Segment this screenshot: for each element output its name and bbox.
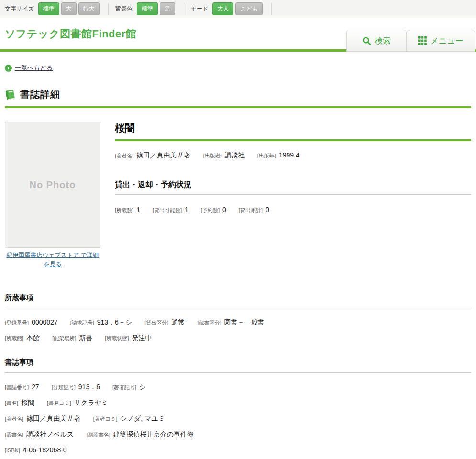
field-value: 0 xyxy=(222,206,226,213)
field-label: [出版年] xyxy=(257,153,276,158)
menu-grid-icon xyxy=(418,36,427,45)
field-label: [貸出可能数] xyxy=(153,207,182,213)
field-label: [叢書名] xyxy=(5,432,23,437)
field-value: 1 xyxy=(136,206,140,213)
back-arrow-icon: ‹ xyxy=(5,65,12,72)
mode-label: モード xyxy=(191,5,209,13)
font-size-standard-button[interactable]: 標準 xyxy=(38,2,59,15)
biblio-rows: [書誌番号]27[分類記号]913．6[著者記号]シ[書名]桜闇[書名ヨミ]サク… xyxy=(5,382,471,459)
field-label: [蔵書区分] xyxy=(197,320,221,325)
field-value: 本館 xyxy=(26,334,40,342)
background-color-label: 背景色 xyxy=(115,5,133,13)
field-label: [請求記号] xyxy=(70,320,94,325)
field-label: [出版者] xyxy=(203,153,222,158)
search-tab[interactable]: 検索 xyxy=(346,30,407,52)
detail-row: [書名]桜闇[書名ヨミ]サクラヤミ xyxy=(5,398,471,407)
field-value: シノダ, マユミ xyxy=(120,414,165,422)
font-size-label: 文字サイズ xyxy=(5,5,34,13)
field-value: 篠田／真由美 // 著 xyxy=(26,414,81,422)
field-value: サクラヤミ xyxy=(74,399,109,406)
font-size-group: 文字サイズ 標準 大 特大 xyxy=(5,3,109,15)
field-label: [配架場所] xyxy=(52,336,76,341)
detail-row: [ISBN]4-06-182068-0 xyxy=(5,446,471,455)
main-content: ‹ 一覧へもどる 書誌詳細 No Photo 紀伊国屋書店ウェブストア で詳細を… xyxy=(0,64,476,459)
mode-kids-button[interactable]: こども xyxy=(235,2,263,15)
search-tab-label: 検索 xyxy=(375,35,391,46)
field-value: 0000027 xyxy=(32,318,58,326)
field-label: [書誌番号] xyxy=(5,384,29,390)
field-value: 篠田／真由美 // 著 xyxy=(136,151,191,159)
field-label: [ISBN] xyxy=(5,448,20,453)
bg-standard-button[interactable]: 標準 xyxy=(137,2,158,15)
site-title[interactable]: ソフテック図書館Finder館 xyxy=(5,27,136,41)
site-header: ソフテック図書館Finder館 検索 メニュー xyxy=(0,18,476,49)
no-photo-label: No Photo xyxy=(30,179,76,190)
font-size-xlarge-button[interactable]: 特大 xyxy=(78,2,100,15)
status-section-rule xyxy=(115,194,471,195)
menu-tab-label: メニュー xyxy=(430,35,463,46)
field-value: 新書 xyxy=(79,334,92,342)
book-detail-block: No Photo 紀伊国屋書店ウェブストア で詳細を見る 桜闇 [著者名]篠田／… xyxy=(5,122,471,269)
field-value: シ xyxy=(139,383,146,391)
back-to-list-link[interactable]: 一覧へもどる xyxy=(15,64,53,72)
back-link-row: ‹ 一覧へもどる xyxy=(5,64,471,72)
title-underline xyxy=(5,106,471,108)
field-label: [書名ヨミ] xyxy=(47,400,71,406)
field-value: 0 xyxy=(266,206,269,213)
cover-placeholder: No Photo xyxy=(5,122,100,248)
book-title: 桜闇 xyxy=(115,122,471,135)
holding-section-title: 所蔵事項 xyxy=(5,293,471,302)
field-value: 桜闇 xyxy=(21,399,34,406)
field-value: 913．6－シ xyxy=(97,318,132,326)
kinokuniya-store-link[interactable]: 紀伊国屋書店ウェブストア で詳細を見る xyxy=(5,251,100,269)
accessibility-toolbar: 文字サイズ 標準 大 特大 背景色 標準 黒 モード 大人 こども xyxy=(0,0,476,18)
field-label: [所蔵数] xyxy=(115,207,133,213)
page-title: 書誌詳細 xyxy=(20,88,60,101)
cover-column: No Photo 紀伊国屋書店ウェブストア で詳細を見る xyxy=(5,122,100,269)
mode-adult-button[interactable]: 大人 xyxy=(212,2,233,15)
book-icon xyxy=(5,89,15,101)
field-label: [著者名] xyxy=(5,416,23,422)
detail-row: [著者名]篠田／真由美 // 著[著者ヨミ]シノダ, マユミ xyxy=(5,414,471,423)
field-value: 913．6 xyxy=(78,383,100,391)
holding-section-rule xyxy=(5,308,471,308)
field-label: [貸出区分] xyxy=(144,320,168,325)
field-value: 1999.4 xyxy=(279,151,299,159)
field-value: 講談社ノベルス xyxy=(26,430,74,438)
book-info-column: 桜闇 [著者名]篠田／真由美 // 著[出版者]講談社[出版年]1999.4 貸… xyxy=(115,122,471,269)
background-color-group: 背景色 標準 黒 xyxy=(109,3,184,15)
detail-row: [書誌番号]27[分類記号]913．6[著者記号]シ xyxy=(5,382,471,392)
book-summary-row: [著者名]篠田／真由美 // 著[出版者]講談社[出版年]1999.4 xyxy=(115,151,471,160)
field-value: 講談社 xyxy=(225,151,245,159)
field-label: [著者記号] xyxy=(112,384,136,390)
biblio-section-rule xyxy=(5,372,471,373)
status-values-row: [所蔵数]1[貸出可能数]1[予約数]0[貸出累計]0 xyxy=(115,205,471,214)
field-value: 発注中 xyxy=(132,334,152,342)
book-title-underline xyxy=(115,139,471,141)
field-value: 27 xyxy=(32,383,39,391)
menu-tab[interactable]: メニュー xyxy=(407,30,475,52)
detail-row: [所蔵館]本館[配架場所]新書[所蔵状態]発注中 xyxy=(5,334,471,343)
field-value: 図書－一般書 xyxy=(224,318,265,326)
detail-row: [登録番号]0000027[請求記号]913．6－シ[貸出区分]通常[蔵書区分]… xyxy=(5,318,471,327)
holding-rows: [登録番号]0000027[請求記号]913．6－シ[貸出区分]通常[蔵書区分]… xyxy=(5,318,471,343)
field-label: [予約数] xyxy=(201,207,220,213)
bg-black-button[interactable]: 黒 xyxy=(160,2,175,15)
field-label: [副叢書名] xyxy=(86,432,110,437)
detail-row: [叢書名]講談社ノベルス[副叢書名]建築探偵桜井京介の事件簿 xyxy=(5,430,471,439)
field-label: [著者ヨミ] xyxy=(93,416,118,422)
biblio-section-title: 書誌事項 xyxy=(5,358,471,367)
page-title-row: 書誌詳細 xyxy=(5,88,471,101)
field-value: 通常 xyxy=(171,318,185,326)
field-label: [貸出累計] xyxy=(239,207,263,213)
field-value: 建築探偵桜井京介の事件簿 xyxy=(113,430,194,438)
header-tabs: 検索 メニュー xyxy=(346,30,475,52)
field-label: [分類記号] xyxy=(52,384,76,390)
field-label: [書名] xyxy=(5,400,18,406)
field-value: 4-06-182068-0 xyxy=(23,446,67,454)
font-size-large-button[interactable]: 大 xyxy=(61,2,77,15)
field-label: [所蔵状態] xyxy=(105,336,129,341)
search-icon xyxy=(362,36,371,45)
status-section-title: 貸出・返却・予約状況 xyxy=(115,180,471,190)
field-value: 1 xyxy=(185,206,188,213)
